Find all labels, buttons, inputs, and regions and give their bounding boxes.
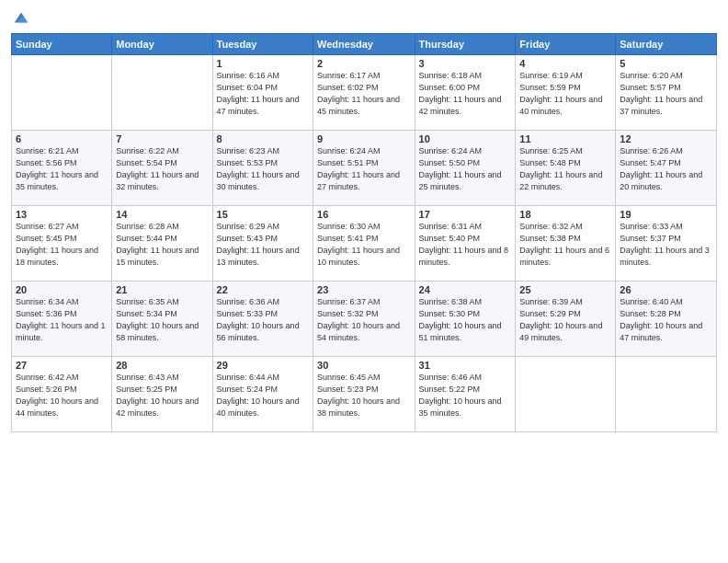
day-info: Sunrise: 6:31 AM Sunset: 5:40 PM Dayligh… <box>419 221 512 269</box>
day-info: Sunrise: 6:29 AM Sunset: 5:43 PM Dayligh… <box>217 221 309 269</box>
day-number: 19 <box>620 209 712 220</box>
calendar-cell: 15Sunrise: 6:29 AM Sunset: 5:43 PM Dayli… <box>212 206 313 282</box>
day-number: 4 <box>519 58 611 69</box>
calendar-cell: 26Sunrise: 6:40 AM Sunset: 5:28 PM Dayli… <box>616 282 717 357</box>
day-info: Sunrise: 6:24 AM Sunset: 5:50 PM Dayligh… <box>419 145 512 193</box>
calendar-cell: 27Sunrise: 6:42 AM Sunset: 5:26 PM Dayli… <box>12 357 112 432</box>
calendar-cell: 17Sunrise: 6:31 AM Sunset: 5:40 PM Dayli… <box>415 206 516 282</box>
day-number: 11 <box>519 133 611 144</box>
calendar-cell: 25Sunrise: 6:39 AM Sunset: 5:29 PM Dayli… <box>516 282 616 357</box>
day-number: 2 <box>317 58 410 69</box>
calendar-week-4: 20Sunrise: 6:34 AM Sunset: 5:36 PM Dayli… <box>12 282 717 357</box>
calendar-cell: 19Sunrise: 6:33 AM Sunset: 5:37 PM Dayli… <box>616 206 717 282</box>
day-number: 26 <box>620 284 712 295</box>
day-info: Sunrise: 6:30 AM Sunset: 5:41 PM Dayligh… <box>317 221 410 269</box>
calendar-cell: 9Sunrise: 6:24 AM Sunset: 5:51 PM Daylig… <box>313 131 415 206</box>
calendar-cell: 30Sunrise: 6:45 AM Sunset: 5:23 PM Dayli… <box>313 357 415 432</box>
calendar-cell: 2Sunrise: 6:17 AM Sunset: 6:02 PM Daylig… <box>313 55 415 131</box>
calendar-cell: 20Sunrise: 6:34 AM Sunset: 5:36 PM Dayli… <box>12 282 112 357</box>
day-number: 22 <box>217 284 309 295</box>
day-info: Sunrise: 6:16 AM Sunset: 6:04 PM Dayligh… <box>217 70 309 118</box>
day-info: Sunrise: 6:20 AM Sunset: 5:57 PM Dayligh… <box>620 70 712 118</box>
calendar-cell: 29Sunrise: 6:44 AM Sunset: 5:24 PM Dayli… <box>212 357 313 432</box>
calendar-cell: 6Sunrise: 6:21 AM Sunset: 5:56 PM Daylig… <box>12 131 112 206</box>
day-number: 17 <box>419 209 512 220</box>
day-number: 7 <box>116 133 208 144</box>
calendar-table: SundayMondayTuesdayWednesdayThursdayFrid… <box>11 33 717 432</box>
day-info: Sunrise: 6:35 AM Sunset: 5:34 PM Dayligh… <box>116 296 208 344</box>
logo <box>11 9 29 26</box>
day-number: 28 <box>116 360 208 371</box>
weekday-header-saturday: Saturday <box>616 34 717 55</box>
day-info: Sunrise: 6:24 AM Sunset: 5:51 PM Dayligh… <box>317 145 410 193</box>
weekday-header-thursday: Thursday <box>415 34 516 55</box>
day-number: 13 <box>16 209 108 220</box>
calendar-cell: 11Sunrise: 6:25 AM Sunset: 5:48 PM Dayli… <box>516 131 616 206</box>
day-info: Sunrise: 6:43 AM Sunset: 5:25 PM Dayligh… <box>116 372 208 419</box>
day-number: 30 <box>317 360 410 371</box>
day-number: 18 <box>519 209 611 220</box>
day-info: Sunrise: 6:26 AM Sunset: 5:47 PM Dayligh… <box>620 145 712 193</box>
calendar-cell: 24Sunrise: 6:38 AM Sunset: 5:30 PM Dayli… <box>415 282 516 357</box>
calendar-cell: 5Sunrise: 6:20 AM Sunset: 5:57 PM Daylig… <box>616 55 717 131</box>
calendar-cell: 4Sunrise: 6:19 AM Sunset: 5:59 PM Daylig… <box>516 55 616 131</box>
calendar-cell: 1Sunrise: 6:16 AM Sunset: 6:04 PM Daylig… <box>212 55 313 131</box>
day-number: 5 <box>620 58 712 69</box>
weekday-header-row: SundayMondayTuesdayWednesdayThursdayFrid… <box>12 34 717 55</box>
calendar-cell: 7Sunrise: 6:22 AM Sunset: 5:54 PM Daylig… <box>112 131 212 206</box>
calendar-week-2: 6Sunrise: 6:21 AM Sunset: 5:56 PM Daylig… <box>12 131 717 206</box>
day-info: Sunrise: 6:19 AM Sunset: 5:59 PM Dayligh… <box>519 70 611 118</box>
calendar-cell: 31Sunrise: 6:46 AM Sunset: 5:22 PM Dayli… <box>415 357 516 432</box>
day-info: Sunrise: 6:45 AM Sunset: 5:23 PM Dayligh… <box>317 372 410 419</box>
day-number: 20 <box>16 284 108 295</box>
day-info: Sunrise: 6:28 AM Sunset: 5:44 PM Dayligh… <box>116 221 208 269</box>
day-info: Sunrise: 6:21 AM Sunset: 5:56 PM Dayligh… <box>16 145 108 193</box>
calendar-cell <box>616 357 717 432</box>
day-number: 27 <box>16 360 108 371</box>
day-number: 1 <box>217 58 309 69</box>
day-number: 14 <box>116 209 208 220</box>
calendar-week-3: 13Sunrise: 6:27 AM Sunset: 5:45 PM Dayli… <box>12 206 717 282</box>
day-number: 21 <box>116 284 208 295</box>
weekday-header-monday: Monday <box>112 34 212 55</box>
calendar-cell <box>12 55 112 131</box>
weekday-header-wednesday: Wednesday <box>313 34 415 55</box>
day-number: 16 <box>317 209 410 220</box>
day-info: Sunrise: 6:44 AM Sunset: 5:24 PM Dayligh… <box>217 372 309 419</box>
day-info: Sunrise: 6:25 AM Sunset: 5:48 PM Dayligh… <box>519 145 611 193</box>
day-info: Sunrise: 6:22 AM Sunset: 5:54 PM Dayligh… <box>116 145 208 193</box>
calendar-cell <box>112 55 212 131</box>
calendar-cell: 8Sunrise: 6:23 AM Sunset: 5:53 PM Daylig… <box>212 131 313 206</box>
calendar-week-1: 1Sunrise: 6:16 AM Sunset: 6:04 PM Daylig… <box>12 55 717 131</box>
day-number: 3 <box>419 58 512 69</box>
calendar-cell: 21Sunrise: 6:35 AM Sunset: 5:34 PM Dayli… <box>112 282 212 357</box>
day-info: Sunrise: 6:18 AM Sunset: 6:00 PM Dayligh… <box>419 70 512 118</box>
day-number: 31 <box>419 360 512 371</box>
day-info: Sunrise: 6:40 AM Sunset: 5:28 PM Dayligh… <box>620 296 712 344</box>
calendar-cell: 16Sunrise: 6:30 AM Sunset: 5:41 PM Dayli… <box>313 206 415 282</box>
day-info: Sunrise: 6:39 AM Sunset: 5:29 PM Dayligh… <box>519 296 611 344</box>
calendar-cell <box>516 357 616 432</box>
day-info: Sunrise: 6:32 AM Sunset: 5:38 PM Dayligh… <box>519 221 611 269</box>
calendar-cell: 23Sunrise: 6:37 AM Sunset: 5:32 PM Dayli… <box>313 282 415 357</box>
day-number: 9 <box>317 133 410 144</box>
day-number: 23 <box>317 284 410 295</box>
calendar-cell: 10Sunrise: 6:24 AM Sunset: 5:50 PM Dayli… <box>415 131 516 206</box>
day-number: 29 <box>217 360 309 371</box>
page-header <box>11 9 717 26</box>
day-number: 10 <box>419 133 512 144</box>
day-info: Sunrise: 6:17 AM Sunset: 6:02 PM Dayligh… <box>317 70 410 118</box>
calendar-cell: 28Sunrise: 6:43 AM Sunset: 5:25 PM Dayli… <box>112 357 212 432</box>
weekday-header-sunday: Sunday <box>12 34 112 55</box>
calendar-cell: 3Sunrise: 6:18 AM Sunset: 6:00 PM Daylig… <box>415 55 516 131</box>
weekday-header-tuesday: Tuesday <box>212 34 313 55</box>
weekday-header-friday: Friday <box>516 34 616 55</box>
day-info: Sunrise: 6:23 AM Sunset: 5:53 PM Dayligh… <box>217 145 309 193</box>
calendar-cell: 13Sunrise: 6:27 AM Sunset: 5:45 PM Dayli… <box>12 206 112 282</box>
day-info: Sunrise: 6:33 AM Sunset: 5:37 PM Dayligh… <box>620 221 712 269</box>
page-container: SundayMondayTuesdayWednesdayThursdayFrid… <box>0 0 728 440</box>
day-info: Sunrise: 6:46 AM Sunset: 5:22 PM Dayligh… <box>419 372 512 419</box>
logo-icon <box>13 9 29 26</box>
day-number: 25 <box>519 284 611 295</box>
calendar-cell: 22Sunrise: 6:36 AM Sunset: 5:33 PM Dayli… <box>212 282 313 357</box>
